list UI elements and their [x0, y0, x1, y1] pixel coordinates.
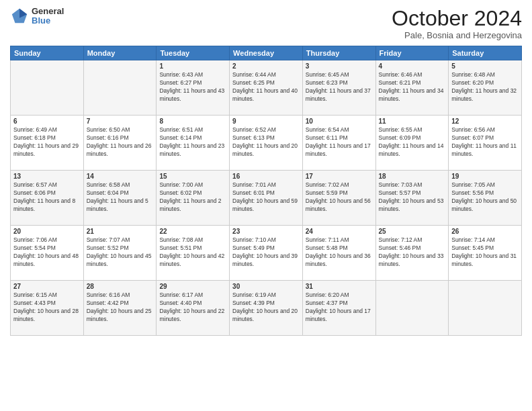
day-info: Sunrise: 7:14 AMSunset: 5:45 PMDaylight:…	[451, 236, 519, 269]
calendar-cell: 30Sunrise: 6:19 AMSunset: 4:39 PMDayligh…	[230, 281, 303, 336]
day-info: Sunrise: 7:07 AMSunset: 5:52 PMDaylight:…	[87, 236, 154, 269]
title-block: October 2024 Pale, Bosnia and Herzegovin…	[392, 7, 522, 40]
header-monday: Monday	[83, 46, 157, 60]
calendar-cell: 12Sunrise: 6:56 AMSunset: 6:07 PMDayligh…	[449, 116, 522, 171]
calendar-week-5: 27Sunrise: 6:15 AMSunset: 4:43 PMDayligh…	[11, 281, 522, 336]
month-title: October 2024	[392, 7, 522, 30]
calendar-week-3: 13Sunrise: 6:57 AMSunset: 6:06 PMDayligh…	[11, 171, 522, 226]
logo-text: General Blue	[32, 7, 64, 26]
calendar-cell: 19Sunrise: 7:05 AMSunset: 5:56 PMDayligh…	[449, 171, 522, 226]
logo: General Blue	[10, 7, 64, 26]
day-number: 16	[232, 173, 300, 180]
calendar-week-1: 1Sunrise: 6:43 AMSunset: 6:27 PMDaylight…	[11, 60, 522, 116]
day-info: Sunrise: 7:01 AMSunset: 6:01 PMDaylight:…	[232, 181, 300, 214]
day-number: 7	[87, 118, 154, 125]
day-info: Sunrise: 7:11 AMSunset: 5:48 PMDaylight:…	[306, 236, 373, 269]
day-number: 25	[379, 228, 446, 235]
calendar-cell: 6Sunrise: 6:49 AMSunset: 6:18 PMDaylight…	[11, 116, 84, 171]
day-number: 10	[306, 118, 373, 125]
calendar-cell: 9Sunrise: 6:52 AMSunset: 6:13 PMDaylight…	[230, 116, 303, 171]
day-info: Sunrise: 6:56 AMSunset: 6:07 PMDaylight:…	[451, 126, 519, 158]
day-info: Sunrise: 7:03 AMSunset: 5:57 PMDaylight:…	[379, 181, 446, 214]
header-thursday: Thursday	[302, 46, 375, 60]
day-number: 15	[159, 173, 226, 180]
day-info: Sunrise: 6:57 AMSunset: 6:06 PMDaylight:…	[13, 181, 81, 214]
day-info: Sunrise: 6:19 AMSunset: 4:39 PMDaylight:…	[232, 291, 300, 324]
day-number: 30	[232, 283, 300, 290]
calendar-cell	[375, 281, 449, 336]
day-info: Sunrise: 6:58 AMSunset: 6:04 PMDaylight:…	[87, 181, 154, 214]
day-number: 26	[451, 228, 519, 235]
logo-icon	[10, 7, 29, 26]
day-info: Sunrise: 7:12 AMSunset: 5:46 PMDaylight:…	[379, 236, 446, 269]
day-number: 31	[306, 283, 373, 290]
day-number: 3	[306, 62, 373, 70]
calendar-header: Sunday Monday Tuesday Wednesday Thursday…	[11, 46, 522, 60]
header-tuesday: Tuesday	[157, 46, 230, 60]
location: Pale, Bosnia and Herzegovina	[392, 30, 522, 40]
day-info: Sunrise: 6:50 AMSunset: 6:16 PMDaylight:…	[87, 126, 154, 158]
calendar-cell: 27Sunrise: 6:15 AMSunset: 4:43 PMDayligh…	[11, 281, 84, 336]
day-info: Sunrise: 6:55 AMSunset: 6:09 PMDaylight:…	[379, 126, 446, 158]
logo-general: General	[32, 7, 64, 16]
calendar-cell: 21Sunrise: 7:07 AMSunset: 5:52 PMDayligh…	[83, 226, 157, 281]
day-info: Sunrise: 6:44 AMSunset: 6:25 PMDaylight:…	[232, 71, 300, 103]
calendar-cell: 20Sunrise: 7:06 AMSunset: 5:54 PMDayligh…	[11, 226, 84, 281]
day-number: 14	[87, 173, 154, 180]
day-info: Sunrise: 6:54 AMSunset: 6:11 PMDaylight:…	[306, 126, 373, 158]
header-wednesday: Wednesday	[230, 46, 303, 60]
calendar-cell: 24Sunrise: 7:11 AMSunset: 5:48 PMDayligh…	[302, 226, 375, 281]
day-number: 28	[87, 283, 154, 290]
header-friday: Friday	[375, 46, 449, 60]
calendar-cell: 13Sunrise: 6:57 AMSunset: 6:06 PMDayligh…	[11, 171, 84, 226]
day-info: Sunrise: 7:05 AMSunset: 5:56 PMDaylight:…	[451, 181, 519, 214]
calendar-cell: 26Sunrise: 7:14 AMSunset: 5:45 PMDayligh…	[449, 226, 522, 281]
day-number: 24	[306, 228, 373, 235]
day-number: 5	[451, 62, 519, 70]
calendar-cell	[83, 60, 157, 116]
calendar-cell: 4Sunrise: 6:46 AMSunset: 6:21 PMDaylight…	[375, 60, 449, 116]
calendar-cell: 3Sunrise: 6:45 AMSunset: 6:23 PMDaylight…	[302, 60, 375, 116]
day-info: Sunrise: 6:52 AMSunset: 6:13 PMDaylight:…	[232, 126, 300, 158]
day-info: Sunrise: 6:45 AMSunset: 6:23 PMDaylight:…	[306, 71, 373, 103]
calendar-week-2: 6Sunrise: 6:49 AMSunset: 6:18 PMDaylight…	[11, 116, 522, 171]
day-info: Sunrise: 6:51 AMSunset: 6:14 PMDaylight:…	[159, 126, 226, 158]
day-info: Sunrise: 7:06 AMSunset: 5:54 PMDaylight:…	[13, 236, 81, 269]
day-info: Sunrise: 7:10 AMSunset: 5:49 PMDaylight:…	[232, 236, 300, 269]
day-number: 22	[159, 228, 226, 235]
calendar-cell: 11Sunrise: 6:55 AMSunset: 6:09 PMDayligh…	[375, 116, 449, 171]
day-number: 12	[451, 118, 519, 125]
day-info: Sunrise: 6:16 AMSunset: 4:42 PMDaylight:…	[87, 291, 154, 324]
day-info: Sunrise: 6:43 AMSunset: 6:27 PMDaylight:…	[159, 71, 226, 103]
day-number: 1	[159, 62, 226, 70]
calendar-cell: 8Sunrise: 6:51 AMSunset: 6:14 PMDaylight…	[157, 116, 230, 171]
header: General Blue October 2024 Pale, Bosnia a…	[10, 7, 522, 40]
day-info: Sunrise: 6:49 AMSunset: 6:18 PMDaylight:…	[13, 126, 81, 158]
logo-blue: Blue	[32, 16, 64, 26]
day-number: 21	[87, 228, 154, 235]
day-info: Sunrise: 6:48 AMSunset: 6:20 PMDaylight:…	[451, 71, 519, 103]
calendar-cell	[449, 281, 522, 336]
day-info: Sunrise: 7:02 AMSunset: 5:59 PMDaylight:…	[306, 181, 373, 214]
day-number: 9	[232, 118, 300, 125]
day-info: Sunrise: 6:17 AMSunset: 4:40 PMDaylight:…	[159, 291, 226, 324]
day-number: 19	[451, 173, 519, 180]
calendar-cell: 17Sunrise: 7:02 AMSunset: 5:59 PMDayligh…	[302, 171, 375, 226]
calendar-cell: 1Sunrise: 6:43 AMSunset: 6:27 PMDaylight…	[157, 60, 230, 116]
day-info: Sunrise: 7:08 AMSunset: 5:51 PMDaylight:…	[159, 236, 226, 269]
calendar-cell: 28Sunrise: 6:16 AMSunset: 4:42 PMDayligh…	[83, 281, 157, 336]
calendar-cell: 22Sunrise: 7:08 AMSunset: 5:51 PMDayligh…	[157, 226, 230, 281]
day-info: Sunrise: 6:46 AMSunset: 6:21 PMDaylight:…	[379, 71, 446, 103]
day-number: 6	[13, 118, 81, 125]
day-number: 29	[159, 283, 226, 290]
calendar-cell: 25Sunrise: 7:12 AMSunset: 5:46 PMDayligh…	[375, 226, 449, 281]
day-number: 13	[13, 173, 81, 180]
calendar-cell: 15Sunrise: 7:00 AMSunset: 6:02 PMDayligh…	[157, 171, 230, 226]
day-number: 8	[159, 118, 226, 125]
page: General Blue October 2024 Pale, Bosnia a…	[0, 0, 532, 411]
calendar-cell: 18Sunrise: 7:03 AMSunset: 5:57 PMDayligh…	[375, 171, 449, 226]
header-sunday: Sunday	[11, 46, 84, 60]
day-info: Sunrise: 6:15 AMSunset: 4:43 PMDaylight:…	[13, 291, 81, 324]
header-saturday: Saturday	[449, 46, 522, 60]
day-info: Sunrise: 6:20 AMSunset: 4:37 PMDaylight:…	[306, 291, 373, 324]
